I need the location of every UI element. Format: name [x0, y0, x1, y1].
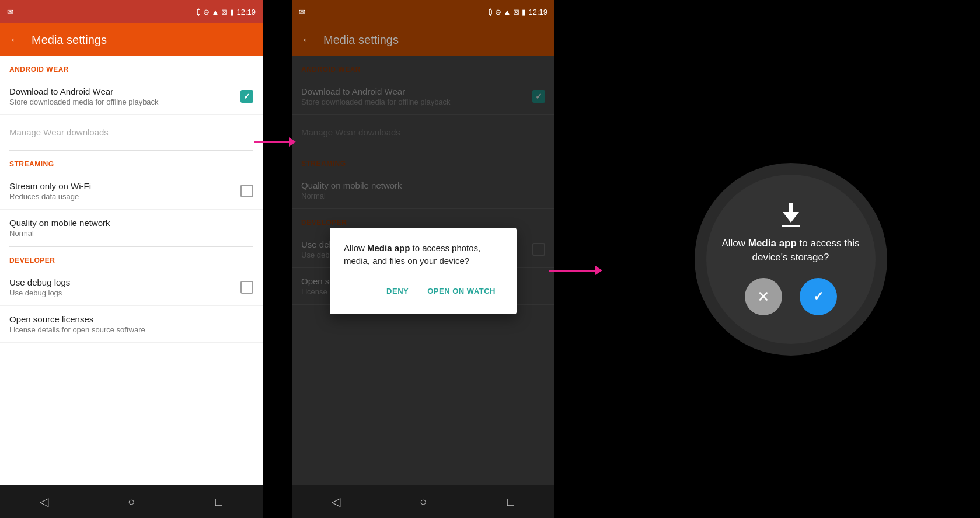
dialog-app-name: Media app [367, 243, 410, 253]
section-header-streaming-1: STREAMING [0, 151, 263, 173]
phone-screen-1: ✉ ₿ ⊖ ▲ ⊠ ▮ 12:19 ← Media settings ANDRO… [0, 0, 263, 518]
watch-face: Allow Media app to access this device's … [695, 163, 887, 356]
wifi-icon: ▲ [212, 8, 219, 16]
nav-back-2[interactable]: ◁ [324, 490, 347, 513]
debug-logs-title-1: Use debug logs [9, 277, 240, 287]
watch-buttons: ✕ ✓ [745, 278, 837, 315]
setting-text-wifi-1: Stream only on Wi-Fi Reduces data usage [9, 181, 240, 201]
arrow-1 [254, 137, 296, 147]
arrow-down [783, 212, 799, 223]
setting-quality-1[interactable]: Quality on mobile network Normal [0, 210, 263, 246]
setting-text-quality-1: Quality on mobile network Normal [9, 218, 253, 238]
dialog-actions: DENY OPEN ON WATCH [344, 282, 503, 300]
phone-screen-2: ✉ ₿ ⊖ ▲ ⊠ ▮ 12:19 ← Media settings ANDRO… [292, 0, 554, 518]
download-wear-subtitle-1: Store downloaded media for offline playb… [9, 98, 240, 106]
nav-home-1[interactable]: ○ [120, 490, 143, 513]
wifi-only-subtitle-1: Reduces data usage [9, 192, 240, 201]
arrow-2-head [595, 266, 602, 275]
download-wear-checkbox-1[interactable] [240, 90, 253, 103]
app-bar-title-2: Media settings [323, 33, 399, 47]
bluetooth-icon-2: ₿ [489, 8, 493, 16]
donotdisturb-icon-2: ⊖ [495, 8, 501, 16]
watch-deny-icon: ✕ [757, 288, 770, 306]
setting-text-debug-1: Use debug logs Use debug logs [9, 277, 240, 297]
debug-logs-checkbox-1[interactable] [240, 281, 253, 294]
status-bar-2: ✉ ₿ ⊖ ▲ ⊠ ▮ 12:19 [292, 0, 554, 23]
nav-bar-1: ◁ ○ □ [0, 485, 263, 518]
arrow-2 [549, 266, 602, 275]
status-time-2: 12:19 [528, 8, 547, 16]
watch-app-name: Media app [748, 238, 797, 249]
permission-dialog: Allow Media app to access photos, media,… [330, 228, 517, 314]
arrow-1-head [289, 137, 296, 147]
setting-text-licenses-1: Open source licenses License details for… [9, 314, 253, 334]
quality-subtitle-1: Normal [9, 229, 253, 238]
app-bar-title-1: Media settings [32, 33, 107, 47]
wifi-only-title-1: Stream only on Wi-Fi [9, 181, 240, 191]
quality-title-1: Quality on mobile network [9, 218, 253, 228]
mail-icon: ✉ [7, 8, 13, 16]
section-header-android-wear-1: ANDROID WEAR [0, 56, 263, 78]
setting-wifi-only-1[interactable]: Stream only on Wi-Fi Reduces data usage [0, 173, 263, 210]
setting-download-to-wear-1[interactable]: Download to Android Wear Store downloade… [0, 78, 263, 115]
watch-face-inner: Allow Media app to access this device's … [706, 175, 876, 344]
donotdisturb-icon: ⊖ [203, 8, 210, 16]
settings-content-1: ANDROID WEAR Download to Android Wear St… [0, 56, 263, 485]
setting-debug-logs-1[interactable]: Use debug logs Use debug logs [0, 269, 263, 306]
nav-recent-1[interactable]: □ [207, 490, 231, 513]
status-bar-right-1: ₿ ⊖ ▲ ⊠ ▮ 12:19 [197, 8, 256, 16]
wifi-only-checkbox-1[interactable] [240, 185, 253, 197]
licenses-title-1: Open source licenses [9, 314, 253, 324]
settings-content-2: ANDROID WEAR Download to Android Wear St… [292, 56, 554, 485]
arrow-1-shaft [254, 141, 289, 143]
bluetooth-icon: ₿ [197, 8, 201, 16]
status-bar-1: ✉ ₿ ⊖ ▲ ⊠ ▮ 12:19 [0, 0, 263, 23]
watch-confirm-button[interactable]: ✓ [800, 278, 837, 315]
watch-area: Allow Media app to access this device's … [601, 0, 980, 518]
signal-icon-2: ⊠ [513, 8, 519, 16]
watch-download-icon [782, 203, 800, 227]
dialog-overlay: Allow Media app to access photos, media,… [292, 56, 554, 485]
licenses-subtitle-1: License details for open source software [9, 325, 253, 334]
status-bar-left-1: ✉ [7, 8, 13, 16]
nav-home-2[interactable]: ○ [411, 490, 435, 513]
nav-back-1[interactable]: ◁ [32, 490, 55, 513]
watch-deny-button[interactable]: ✕ [745, 278, 782, 315]
dialog-text: Allow Media app to access photos, media,… [344, 242, 503, 268]
arrow-2-shaft [549, 270, 595, 272]
watch-text: Allow Media app to access this device's … [706, 237, 876, 265]
setting-licenses-1[interactable]: Open source licenses License details for… [0, 306, 263, 343]
battery-icon-2: ▮ [522, 8, 526, 16]
setting-text-download-1: Download to Android Wear Store downloade… [9, 86, 240, 106]
watch-confirm-icon: ✓ [813, 289, 824, 304]
section-header-developer-1: DEVELOPER [0, 247, 263, 269]
app-bar-1: ← Media settings [0, 23, 263, 56]
app-bar-2: ← Media settings [292, 23, 554, 56]
arrow-1-container [254, 0, 301, 518]
setting-manage-downloads-1: Manage Wear downloads [0, 115, 263, 150]
status-bar-right-2: ₿ ⊖ ▲ ⊠ ▮ 12:19 [489, 8, 547, 16]
battery-icon: ▮ [230, 8, 234, 16]
download-wear-title-1: Download to Android Wear [9, 86, 240, 96]
debug-logs-subtitle-1: Use debug logs [9, 288, 240, 297]
wifi-icon-2: ▲ [504, 8, 511, 16]
nav-bar-2: ◁ ○ □ [292, 485, 554, 518]
open-on-watch-button[interactable]: OPEN ON WATCH [420, 282, 503, 300]
deny-button[interactable]: DENY [379, 282, 416, 300]
arrow-2-container [549, 0, 607, 518]
back-button-2[interactable]: ← [301, 32, 314, 47]
manage-downloads-title-1: Manage Wear downloads [9, 127, 253, 137]
arrow-stem [789, 203, 793, 212]
arrow-base [782, 225, 800, 227]
nav-recent-2[interactable]: □ [499, 490, 522, 513]
status-time-1: 12:19 [236, 8, 256, 16]
setting-text-manage-1: Manage Wear downloads [9, 127, 253, 137]
back-button-1[interactable]: ← [9, 32, 22, 47]
signal-icon: ⊠ [221, 8, 228, 16]
